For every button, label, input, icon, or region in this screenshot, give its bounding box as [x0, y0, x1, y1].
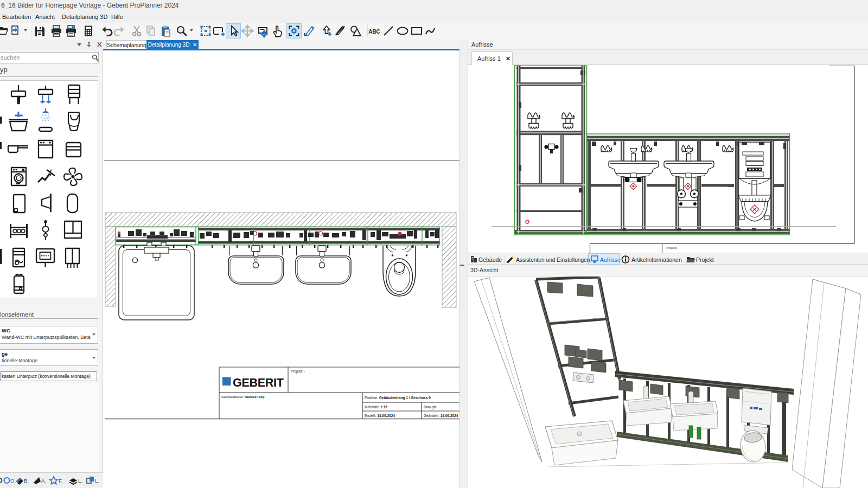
svg-text:Projekt: Projekt	[696, 256, 714, 263]
svg-text:Geändert: 14.06.2024: Geändert: 14.06.2024	[424, 414, 458, 418]
svg-text:Drwl.gfx: Drwl.gfx	[424, 405, 437, 409]
svg-text:Projekt: -: Projekt: -	[291, 369, 305, 374]
svg-text:Aufrisse: Aufrisse	[600, 256, 621, 263]
svg-text:Position: Gebäudestrang 1 / Ge: Position: Gebäudestrang 1 / Geschoss 0	[365, 396, 431, 400]
svg-text:F.: F.	[59, 478, 62, 484]
svg-text:A.: A.	[41, 478, 46, 484]
svg-text:Sachbearbeiter: Marcell Hilig: Sachbearbeiter: Marcell Hilig	[221, 395, 265, 399]
svg-text:L.: L.	[78, 478, 82, 484]
svg-text:GEBERIT: GEBERIT	[233, 376, 284, 389]
svg-text:Artikelinformationen: Artikelinformationen	[631, 256, 682, 263]
svg-text:Erstellt: 14.06.2024: Erstellt: 14.06.2024	[365, 414, 395, 418]
svg-text:ABC: ABC	[368, 29, 380, 35]
svg-text:Assistenten und Einstellungen: Assistenten und Einstellungen	[516, 257, 590, 263]
svg-text:Projekt: -: Projekt: -	[666, 246, 679, 249]
svg-text:B.: B.	[24, 478, 29, 484]
svg-text:L.: L.	[95, 478, 99, 484]
svg-text:Maßstab: 1:15: Maßstab: 1:15	[365, 405, 387, 409]
svg-text:Gebäude: Gebäude	[478, 256, 502, 263]
